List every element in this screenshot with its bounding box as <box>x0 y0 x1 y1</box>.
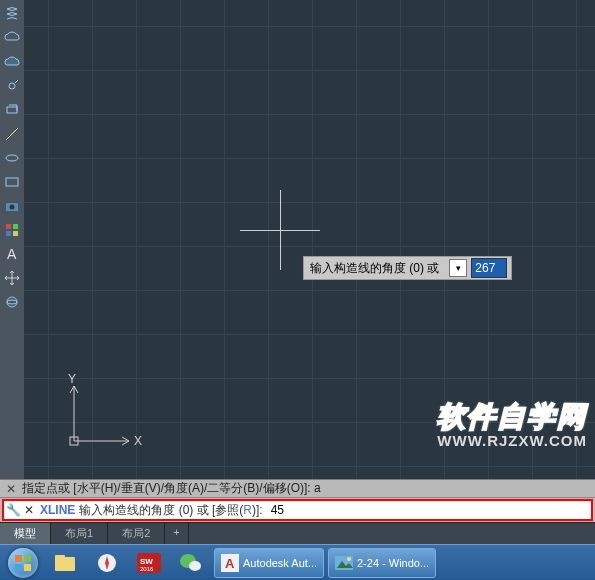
taskbar-item-label: 2-24 - Windo... <box>357 557 429 569</box>
svg-rect-8 <box>13 224 18 229</box>
tool-ellipse[interactable] <box>1 147 23 169</box>
svg-line-2 <box>6 128 18 140</box>
svg-rect-25 <box>55 557 75 571</box>
command-prompt: 输入构造线的角度 (0) 或 [参照(R)]: <box>79 502 262 519</box>
tool-helix[interactable] <box>1 3 23 25</box>
taskbar-item-window[interactable]: 2-24 - Windo... <box>328 548 436 578</box>
command-history-line: ✕ 指定点或 [水平(H)/垂直(V)/角度(A)/二等分(B)/偏移(O)]:… <box>0 480 595 498</box>
command-window: ✕ 指定点或 [水平(H)/垂直(V)/角度(A)/二等分(B)/偏移(O)]:… <box>0 479 595 544</box>
svg-point-12 <box>7 297 17 307</box>
tool-palette[interactable] <box>1 219 23 241</box>
command-close-icon[interactable]: ✕ <box>4 482 18 496</box>
picture-icon <box>335 554 353 572</box>
svg-rect-22 <box>24 555 31 562</box>
tooltip-angle-input[interactable] <box>471 258 507 278</box>
tab-add[interactable]: + <box>165 523 188 544</box>
tab-layout1[interactable]: 布局1 <box>51 523 108 544</box>
tool-rectangle[interactable] <box>1 171 23 193</box>
start-button[interactable] <box>2 547 44 579</box>
tool-line[interactable] <box>1 123 23 145</box>
tooltip-dropdown-icon[interactable]: ▾ <box>449 259 467 277</box>
tool-orbit[interactable] <box>1 291 23 313</box>
layout-tabbar: 模型 布局1 布局2 + <box>0 522 595 544</box>
command-settings-icon[interactable]: 🔧 <box>4 503 22 517</box>
svg-rect-23 <box>15 564 22 571</box>
windows-taskbar: SW2016 A Autodesk Aut... 2-24 - Windo... <box>0 544 595 580</box>
svg-point-32 <box>189 561 201 571</box>
svg-rect-26 <box>55 555 65 559</box>
svg-point-3 <box>6 155 18 161</box>
svg-rect-24 <box>24 564 31 571</box>
windows-logo-icon <box>8 548 38 578</box>
command-name: XLINE <box>36 503 79 517</box>
left-toolbar: A <box>0 0 24 479</box>
tool-text[interactable]: A <box>1 243 23 265</box>
taskbar-sw-icon[interactable]: SW2016 <box>129 548 169 578</box>
tool-cloud-alt[interactable] <box>1 51 23 73</box>
taskbar-compass-icon[interactable] <box>87 548 127 578</box>
svg-rect-21 <box>15 555 22 562</box>
svg-text:A: A <box>7 246 17 262</box>
tool-move[interactable] <box>1 267 23 289</box>
tool-revision[interactable] <box>1 75 23 97</box>
taskbar-wechat-icon[interactable] <box>171 548 211 578</box>
tab-model[interactable]: 模型 <box>0 523 51 544</box>
svg-point-13 <box>7 300 17 304</box>
dynamic-input-tooltip: 输入构造线的角度 (0) 或 ▾ <box>303 256 512 280</box>
tool-camera[interactable] <box>1 195 23 217</box>
autocad-icon: A <box>221 554 239 572</box>
svg-rect-9 <box>6 231 11 236</box>
tooltip-text: 输入构造线的角度 (0) 或 <box>304 260 445 277</box>
svg-text:SW: SW <box>140 557 153 566</box>
taskbar-item-autocad[interactable]: A Autodesk Aut... <box>214 548 324 578</box>
taskbar-item-label: Autodesk Aut... <box>243 557 317 569</box>
taskbar-explorer-icon[interactable] <box>45 548 85 578</box>
svg-point-37 <box>347 557 351 561</box>
command-value: 45 <box>263 503 284 517</box>
drawing-canvas[interactable]: 输入构造线的角度 (0) 或 ▾ X Y 软件自学网 WWW.RJZXW.COM <box>24 0 595 479</box>
grid <box>24 0 595 479</box>
svg-text:2016: 2016 <box>140 566 154 572</box>
command-history-text: 指定点或 [水平(H)/垂直(V)/角度(A)/二等分(B)/偏移(O)]: a <box>18 480 591 497</box>
tab-layout2[interactable]: 布局2 <box>108 523 165 544</box>
svg-point-6 <box>10 205 15 210</box>
svg-point-0 <box>9 83 15 89</box>
svg-rect-10 <box>13 231 18 236</box>
tool-layer[interactable] <box>1 99 23 121</box>
command-xline-icon: ✕ <box>22 503 36 517</box>
command-input-line[interactable]: 🔧 ✕ XLINE 输入构造线的角度 (0) 或 [参照(R)]: 45 <box>2 499 593 521</box>
svg-rect-1 <box>7 107 17 113</box>
tool-cloud[interactable] <box>1 27 23 49</box>
svg-rect-7 <box>6 224 11 229</box>
svg-text:A: A <box>225 556 235 571</box>
svg-rect-4 <box>6 178 18 186</box>
